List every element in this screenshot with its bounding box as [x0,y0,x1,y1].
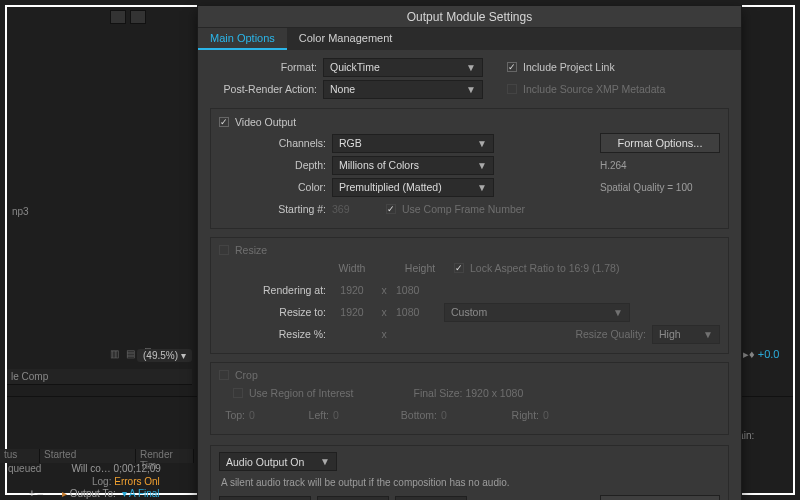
starting-number-label: Starting #: [219,203,332,215]
depth-label: Depth: [219,159,332,171]
height-header: Height [396,262,444,274]
tab-color-management[interactable]: Color Management [287,28,405,50]
starting-number-field: 369 [332,203,372,215]
crop-bottom-label: Bottom: [373,409,437,421]
audio-note: A silent audio track will be output if t… [221,477,720,488]
rendering-at-label: Rendering at: [219,284,332,296]
channels-label: Channels: [219,137,332,149]
color-dropdown[interactable]: Premultiplied (Matted)▼ [332,178,494,197]
resize-preset-dropdown: Custom▼ [444,303,630,322]
render-queue-header: tus Started Render Tim [0,449,194,463]
color-label: Color: [219,181,332,193]
crop-checkbox[interactable]: Crop [219,369,258,381]
resize-pct-label: Resize %: [219,328,332,340]
log-row[interactable]: Log: Errors Onl [92,476,160,487]
video-format-options-button[interactable]: Format Options... [600,133,720,153]
crop-top-label: Top: [219,409,245,421]
dialog-tabs: Main Options Color Management [198,28,741,50]
video-output-checkbox[interactable]: ✓Video Output [219,116,296,128]
include-project-link-checkbox[interactable]: ✓Include Project Link [507,61,615,73]
crop-right-value: 0 [543,409,583,421]
add-remove-output[interactable]: + – [29,488,43,499]
crop-left-value: 0 [333,409,373,421]
lock-aspect-checkbox: ✓Lock Aspect Ratio to 16:9 (1.78) [454,262,619,274]
resize-height: 1080 [396,306,444,318]
include-xmp-checkbox[interactable]: Include Source XMP Metadata [507,83,665,95]
post-render-dropdown[interactable]: None▼ [323,80,483,99]
dialog-title: Output Module Settings [198,6,741,28]
use-comp-frame-checkbox: ✓Use Comp Frame Number [386,203,525,215]
tab-main-options[interactable]: Main Options [198,28,287,50]
output-module-settings-dialog: Output Module Settings Main Options Colo… [197,5,742,500]
crop-section: Crop Use Region of Interest Final Size: … [210,362,729,435]
audio-bit-dropdown[interactable]: ▼ [317,496,389,501]
resize-checkbox[interactable]: Resize [219,244,267,256]
resize-quality-dropdown: High▼ [652,325,720,344]
crop-bottom-value: 0 [441,409,481,421]
crop-left-label: Left: [289,409,329,421]
resize-section: Resize Width Height ✓Lock Aspect Ratio t… [210,237,729,354]
format-label: Format: [210,61,323,73]
zoom-level[interactable]: (49.5%) ▾ [137,349,192,362]
render-height: 1080 [396,284,444,296]
chevron-down-icon: ▼ [466,62,476,73]
codec-name: H.264 [600,160,720,171]
audio-section: Audio Output On▼ A silent audio track wi… [210,445,729,500]
video-output-section: ✓Video Output Channels: RGB▼ Format Opti… [210,108,729,229]
chevron-down-icon: ▼ [466,84,476,95]
resize-quality-label: Resize Quality: [444,328,652,340]
render-queue-row[interactable]: queuedWill co… 0;00;12;09 [8,463,161,474]
crop-top-value: 0 [249,409,289,421]
channels-dropdown[interactable]: RGB▼ [332,134,494,153]
depth-dropdown[interactable]: Millions of Colors▼ [332,156,494,175]
audio-output-dropdown[interactable]: Audio Output On▼ [219,452,337,471]
resize-to-label: Resize to: [219,306,332,318]
width-header: Width [332,262,372,274]
audio-channels-dropdown[interactable]: Stereo▼ [395,496,467,501]
project-item-mp3: np3 [12,206,29,217]
codec-quality: Spatial Quality = 100 [600,182,720,193]
resize-width: 1920 [332,306,372,318]
output-to-row[interactable]: ▸ Output To:▾ A Final [62,488,160,499]
final-size-label: Final Size: 1920 x 1080 [413,387,523,399]
audio-rate-dropdown[interactable]: 48.000 kHz▼ [219,496,311,501]
render-width: 1920 [332,284,372,296]
comp-tab[interactable]: le Comp [7,369,192,385]
use-roi-checkbox: Use Region of Interest [233,387,353,399]
format-dropdown[interactable]: QuickTime▼ [323,58,483,77]
post-render-label: Post-Render Action: [210,83,323,95]
crop-right-label: Right: [481,409,539,421]
audio-format-options-button[interactable]: Format Options... [600,495,720,500]
